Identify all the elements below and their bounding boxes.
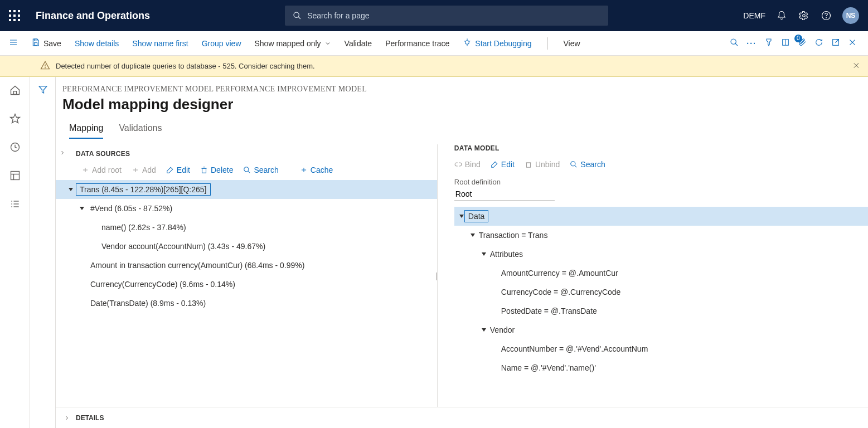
warning-bar: Detected number of duplicate queries to … [0, 56, 868, 77]
details-section[interactable]: DETAILS [56, 407, 868, 428]
chevron-down-icon[interactable] [454, 213, 464, 219]
app-launcher-icon[interactable] [9, 10, 20, 21]
data-source-row[interactable]: name() (2.62s - 37.84%) [56, 218, 437, 237]
chevron-down-icon[interactable] [56, 206, 87, 211]
edit-button[interactable]: Edit [166, 166, 190, 174]
divider [547, 37, 548, 50]
left-rail [0, 77, 30, 428]
data-model-row[interactable]: Transaction = Trans [454, 226, 868, 245]
bell-icon[interactable] [775, 9, 788, 22]
start-debugging-button[interactable]: Start Debugging [463, 38, 531, 48]
gear-icon[interactable] [798, 9, 810, 22]
svg-rect-8 [34, 39, 37, 41]
show-name-first-button[interactable]: Show name first [132, 39, 188, 48]
data-model-row[interactable]: Vendor [454, 320, 868, 339]
recent-icon[interactable] [9, 142, 21, 154]
svg-line-54 [575, 166, 577, 168]
root-definition-input[interactable] [454, 187, 555, 201]
view-button[interactable]: View [564, 39, 580, 48]
popout-icon[interactable] [831, 38, 840, 48]
data-sources-title: DATA SOURCES [56, 144, 437, 161]
data-model-row[interactable]: Name = @.'#Vend'.'name()' [454, 358, 868, 377]
chevron-down-icon[interactable] [454, 251, 487, 257]
search-icon[interactable] [730, 38, 739, 48]
svg-point-53 [571, 162, 575, 166]
svg-marker-26 [10, 114, 20, 123]
chevron-down-icon[interactable] [56, 187, 76, 192]
data-source-row[interactable]: #Vend (6.05s - 87.52%) [56, 199, 437, 218]
data-source-row[interactable]: Trans (8.45s - 122.28%)[265][Q:265] [56, 180, 437, 199]
svg-point-2 [803, 14, 806, 17]
add-root-button[interactable]: Add root [81, 166, 122, 174]
details-label: DETAILS [76, 414, 104, 422]
svg-rect-28 [11, 172, 19, 180]
data-model-row[interactable]: Data [454, 207, 868, 226]
filter-rail [30, 77, 56, 428]
search-button[interactable]: Search [243, 166, 278, 174]
data-source-row[interactable]: Amount in transaction currency(AmountCur… [56, 256, 437, 275]
star-icon[interactable] [9, 113, 21, 126]
collapse-pane-icon[interactable] [59, 149, 66, 158]
data-model-row[interactable]: CurrencyCode = @.CurrencyCode [454, 283, 868, 301]
bind-button[interactable]: Bind [454, 160, 481, 169]
validate-button[interactable]: Validate [345, 39, 372, 48]
data-source-row[interactable]: Currency(CurrencyCode) (9.6ms - 0.14%) [56, 275, 437, 294]
filter-icon[interactable] [38, 85, 48, 428]
tree-node-label: Name = @.'#Vend'.'name()' [498, 363, 596, 372]
svg-rect-9 [34, 43, 37, 46]
dm-search-button[interactable]: Search [570, 160, 605, 169]
splitter-handle[interactable]: ‖ [435, 271, 438, 280]
data-sources-pane: DATA SOURCES Add root Add Edit Delete Se… [56, 144, 438, 407]
workspace-icon[interactable] [9, 170, 21, 183]
show-mapped-only-dropdown[interactable]: Show mapped only [255, 39, 331, 48]
data-source-row[interactable]: Date(TransDate) (8.9ms - 0.13%) [56, 294, 437, 313]
data-model-row[interactable]: AccountNumber = @.'#Vend'.AccountNum [454, 339, 868, 358]
refresh-icon[interactable] [814, 38, 823, 48]
root-definition-label: Root definition [454, 178, 868, 186]
data-source-row[interactable]: Vendor account(AccountNum) (3.43s - 49.6… [56, 237, 437, 256]
book-icon[interactable] [781, 38, 790, 48]
hamburger-icon[interactable] [9, 38, 18, 48]
tree-node-label: Data [464, 210, 489, 222]
svg-point-0 [294, 12, 299, 17]
close-icon[interactable] [848, 38, 857, 48]
warning-icon [40, 60, 56, 72]
svg-rect-42 [202, 168, 206, 173]
unbind-button[interactable]: Unbind [525, 160, 560, 169]
performance-trace-button[interactable]: Performance trace [385, 39, 449, 48]
modules-icon[interactable] [9, 198, 21, 211]
group-view-button[interactable]: Group view [202, 39, 241, 48]
svg-point-4 [826, 17, 827, 18]
data-model-row[interactable]: AmountCurrency = @.AmountCur [454, 264, 868, 283]
dm-edit-button[interactable]: Edit [491, 160, 515, 169]
attachment-icon[interactable]: 0 [798, 38, 807, 48]
add-button[interactable]: Add [132, 166, 156, 174]
save-button[interactable]: Save [31, 38, 61, 48]
tab-mapping[interactable]: Mapping [69, 123, 103, 139]
page-title: Model mapping designer [62, 96, 868, 113]
data-model-pane: DATA MODEL Bind Edit Unbind Search Root … [438, 144, 868, 407]
show-details-button[interactable]: Show details [75, 39, 119, 48]
pin-icon[interactable] [764, 38, 773, 48]
cache-button[interactable]: Cache [300, 166, 333, 174]
tree-node-label: Vendor [487, 325, 515, 334]
svg-point-10 [465, 41, 469, 45]
more-icon[interactable]: ··· [746, 39, 757, 48]
tab-validations[interactable]: Validations [119, 123, 162, 139]
tree-node-label: Date(TransDate) (8.9ms - 0.13%) [87, 298, 209, 309]
data-model-row[interactable]: Attributes [454, 245, 868, 264]
svg-point-22 [45, 67, 46, 68]
data-model-row[interactable]: PostedDate = @.TransDate [454, 301, 868, 320]
home-icon[interactable] [9, 85, 21, 98]
company-code[interactable]: DEMF [743, 11, 765, 20]
tree-node-label: CurrencyCode = @.CurrencyCode [498, 288, 621, 296]
chevron-down-icon[interactable] [454, 327, 487, 333]
delete-button[interactable]: Delete [200, 166, 233, 174]
help-icon[interactable] [820, 9, 832, 22]
avatar[interactable]: NS [842, 7, 859, 24]
chevron-down-icon[interactable] [454, 232, 476, 238]
svg-rect-51 [526, 163, 530, 167]
svg-marker-57 [482, 252, 486, 256]
warning-close-icon[interactable] [852, 61, 860, 71]
global-search[interactable]: Search for a page [285, 6, 608, 26]
